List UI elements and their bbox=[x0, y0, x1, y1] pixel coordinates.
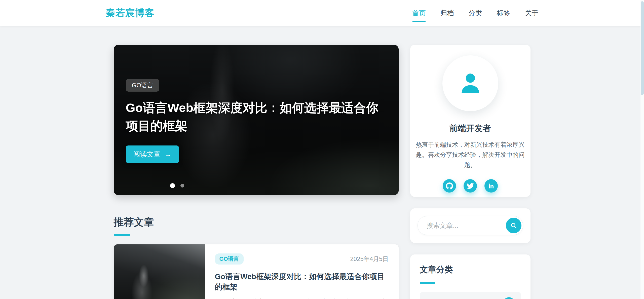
nav-item-archive[interactable]: 归档 bbox=[440, 9, 454, 22]
hero-category-badge: GO语言 bbox=[126, 79, 159, 92]
underline-accent-bar bbox=[420, 282, 435, 284]
nav-item-about[interactable]: 关于 bbox=[525, 9, 539, 22]
avatar bbox=[442, 55, 498, 111]
linkedin-link[interactable] bbox=[484, 179, 498, 193]
main-column: GO语言 Go语言Web框架深度对比：如何选择最适合你项目的框架 阅读文章 → … bbox=[114, 45, 399, 299]
categories-card: 文章分类 CSS 9 bbox=[410, 254, 531, 299]
article-excerpt: Go语言凭借其高性能、简洁性和优秀的并发模型，已成为后端开发的热门选择。在构建W… bbox=[215, 297, 389, 299]
search-icon bbox=[510, 222, 517, 229]
github-icon bbox=[446, 182, 453, 190]
profile-bio: 热衷于前端技术，对新兴技术有着浓厚兴趣。喜欢分享技术经验，解决开发中的问题。 bbox=[416, 140, 525, 170]
section-underline bbox=[114, 234, 130, 236]
nav-item-tags[interactable]: 标签 bbox=[497, 9, 510, 22]
article-card[interactable]: GO语言 2025年4月5日 Go语言Web框架深度对比：如何选择最适合你项目的… bbox=[114, 244, 399, 299]
user-icon bbox=[456, 69, 484, 97]
article-date: 2025年4月5日 bbox=[350, 255, 388, 263]
article-body: GO语言 2025年4月5日 Go语言Web框架深度对比：如何选择最适合你项目的… bbox=[205, 244, 399, 299]
twitter-link[interactable] bbox=[464, 179, 477, 193]
article-meta: GO语言 2025年4月5日 bbox=[215, 253, 389, 265]
read-article-label: 阅读文章 bbox=[133, 150, 161, 159]
read-article-button[interactable]: 阅读文章 → bbox=[126, 145, 179, 163]
categories-section-title: 文章分类 bbox=[420, 264, 521, 275]
hero-title: Go语言Web框架深度对比：如何选择最适合你项目的框架 bbox=[126, 99, 381, 135]
twitter-icon bbox=[467, 182, 474, 190]
arrow-right-icon: → bbox=[165, 151, 171, 158]
profile-name: 前端开发者 bbox=[410, 123, 531, 134]
nav-item-categories[interactable]: 分类 bbox=[469, 9, 482, 22]
site-header: 秦若宸博客 首页 归档 分类 标签 关于 bbox=[0, 0, 644, 26]
search-button[interactable] bbox=[506, 218, 521, 233]
article-thumbnail bbox=[114, 244, 205, 299]
article-tag[interactable]: GO语言 bbox=[215, 253, 244, 265]
page-container: GO语言 Go语言Web框架深度对比：如何选择最适合你项目的框架 阅读文章 → … bbox=[114, 45, 531, 299]
carousel-dot-1[interactable] bbox=[170, 183, 175, 188]
profile-card: 前端开发者 热衷于前端技术，对新兴技术有着浓厚兴趣。喜欢分享技术经验，解决开发中… bbox=[410, 45, 531, 197]
recommended-section-title: 推荐文章 bbox=[114, 215, 399, 229]
main-nav: 首页 归档 分类 标签 关于 bbox=[412, 7, 539, 20]
social-links bbox=[410, 179, 531, 193]
header-inner: 秦若宸博客 首页 归档 分类 标签 关于 bbox=[106, 0, 539, 26]
sidebar: 前端开发者 热衷于前端技术，对新兴技术有着浓厚兴趣。喜欢分享技术经验，解决开发中… bbox=[410, 45, 531, 299]
categories-underline bbox=[420, 282, 521, 284]
site-logo[interactable]: 秦若宸博客 bbox=[106, 7, 155, 19]
nav-item-home[interactable]: 首页 bbox=[412, 9, 426, 22]
carousel-dots bbox=[170, 183, 184, 188]
search-wrap bbox=[418, 216, 523, 235]
hero-carousel[interactable]: GO语言 Go语言Web框架深度对比：如何选择最适合你项目的框架 阅读文章 → bbox=[114, 45, 399, 195]
scrollbar-track[interactable] bbox=[640, 0, 644, 299]
carousel-dot-2[interactable] bbox=[180, 184, 184, 188]
github-link[interactable] bbox=[443, 179, 456, 193]
category-count-badge: 9 bbox=[503, 297, 515, 299]
article-title[interactable]: Go语言Web框架深度对比：如何选择最适合你项目的框架 bbox=[215, 272, 389, 292]
scrollbar-thumb[interactable] bbox=[641, 1, 644, 95]
search-card bbox=[410, 208, 531, 243]
category-item-css[interactable]: CSS 9 bbox=[420, 292, 521, 299]
linkedin-icon bbox=[488, 183, 495, 189]
